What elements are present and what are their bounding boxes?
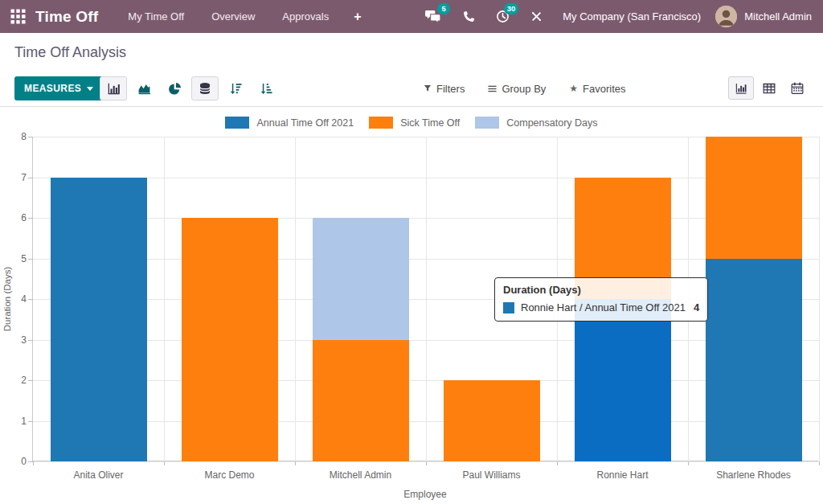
axis-tick <box>28 137 33 137</box>
debug-tools-button[interactable] <box>520 0 553 33</box>
x-tick-label: Ronnie Hart <box>557 469 688 481</box>
axis-tick <box>28 299 33 300</box>
chart-tooltip: Duration (Days) Ronnie Hart / Annual Tim… <box>494 277 708 322</box>
y-tick-label: 3 <box>1 334 27 346</box>
x-tick-label: Sharlene Rhodes <box>688 469 819 481</box>
tools-icon <box>530 10 543 23</box>
gridline <box>819 137 820 461</box>
axis-tick <box>28 218 33 219</box>
measures-label: MEASURES <box>24 83 81 94</box>
tooltip-swatch <box>503 302 514 313</box>
axis-tick <box>819 461 820 465</box>
stacked-toggle-button[interactable] <box>191 76 219 100</box>
measures-button[interactable]: MEASURES <box>14 76 103 100</box>
x-tick-label: Anita Oliver <box>33 469 164 481</box>
bar-segment[interactable] <box>444 380 540 461</box>
gridline <box>295 137 296 461</box>
axis-tick <box>426 461 427 465</box>
top-menu: My Time Off Overview Approvals + <box>114 0 372 33</box>
line-chart-mode-button[interactable] <box>130 76 158 100</box>
sort-desc-icon <box>229 82 243 96</box>
gridline <box>426 137 427 461</box>
pivot-view-button[interactable] <box>756 76 782 100</box>
x-tick-label: Mitchell Admin <box>295 469 426 481</box>
bar-segment[interactable] <box>706 137 802 259</box>
bar-segment[interactable] <box>182 218 278 461</box>
legend-swatch <box>475 117 499 129</box>
axis-tick <box>28 380 33 381</box>
legend-label: Annual Time Off 2021 <box>256 117 354 129</box>
chart-legend: Annual Time Off 2021Sick Time OffCompens… <box>0 117 823 129</box>
bar-segment[interactable] <box>313 218 409 340</box>
graph-view: Annual Time Off 2021Sick Time OffCompens… <box>0 107 823 504</box>
legend-item[interactable]: Compensatory Days <box>475 117 597 129</box>
search-options: Filters Group By ★ Favorites <box>424 71 626 106</box>
y-tick-label: 6 <box>1 212 27 223</box>
x-tick-label: Paul Williams <box>426 469 557 481</box>
messages-badge: 5 <box>437 3 450 14</box>
tooltip-value: 4 <box>694 301 699 313</box>
tooltip-row: Ronnie Hart / Annual Time Off 2021 4 <box>503 301 699 313</box>
axis-tick <box>28 178 33 178</box>
view-switcher <box>728 76 810 100</box>
user-menu[interactable]: Mitchell Admin <box>737 10 823 23</box>
activities-button[interactable]: 30 <box>485 0 520 33</box>
groupby-menu-button[interactable]: Group By <box>488 83 546 95</box>
star-icon: ★ <box>569 83 578 94</box>
bar-segment[interactable] <box>575 299 671 461</box>
axis-tick <box>688 461 689 465</box>
x-tick-label: Marc Demo <box>164 469 295 481</box>
group-by-label: Group By <box>502 83 546 95</box>
calendar-view-icon <box>791 82 804 95</box>
pie-chart-icon <box>168 82 182 96</box>
phone-button[interactable] <box>452 0 485 33</box>
axis-tick <box>295 461 296 465</box>
database-icon <box>199 82 211 95</box>
company-switcher[interactable]: My Company (San Francisco) <box>553 10 715 23</box>
y-tick-label: 1 <box>1 416 27 427</box>
bar-chart-icon <box>107 82 121 96</box>
bar-segment[interactable] <box>51 178 147 462</box>
sort-ascending-button[interactable] <box>252 76 280 100</box>
apps-menu-button[interactable] <box>0 0 35 33</box>
menu-overview[interactable]: Overview <box>198 0 268 33</box>
pie-chart-mode-button[interactable] <box>161 76 188 100</box>
user-avatar[interactable] <box>715 6 737 27</box>
filter-icon <box>424 84 432 92</box>
axis-tick <box>28 259 33 260</box>
gridline <box>164 137 165 461</box>
bar-segment[interactable] <box>313 340 409 462</box>
graph-view-button[interactable] <box>728 76 754 100</box>
sort-descending-button[interactable] <box>222 76 249 100</box>
y-axis-title: Duration (Days) <box>2 267 12 332</box>
chart-type-buttons <box>100 76 280 100</box>
apps-grid-icon <box>10 9 26 24</box>
y-tick-label: 5 <box>1 253 27 264</box>
filters-menu-button[interactable]: Filters <box>424 83 465 95</box>
app-brand[interactable]: Time Off <box>35 8 98 26</box>
y-tick-label: 7 <box>1 172 27 183</box>
group-by-icon <box>488 84 497 93</box>
topbar-right: 5 30 My Company (San Francisco) <box>414 0 823 33</box>
bar-segment[interactable] <box>706 259 802 462</box>
legend-item[interactable]: Sick Time Off <box>369 117 460 129</box>
menu-plus-button[interactable]: + <box>342 0 372 33</box>
legend-item[interactable]: Annual Time Off 2021 <box>225 117 354 129</box>
calendar-view-button[interactable] <box>784 76 810 100</box>
top-navbar: Time Off My Time Off Overview Approvals … <box>0 0 823 33</box>
legend-swatch <box>225 117 249 129</box>
x-axis-title: Employee <box>32 489 818 500</box>
messages-button[interactable]: 5 <box>414 0 452 33</box>
bar-chart-mode-button[interactable] <box>100 76 127 100</box>
favorites-menu-button[interactable]: ★ Favorites <box>569 83 625 95</box>
area-chart-icon <box>137 82 151 96</box>
favorites-label: Favorites <box>583 83 625 95</box>
axis-tick <box>557 461 558 465</box>
menu-approvals[interactable]: Approvals <box>268 0 342 33</box>
legend-swatch <box>369 117 393 129</box>
y-tick-label: 2 <box>1 375 27 386</box>
menu-my-time-off[interactable]: My Time Off <box>114 0 198 33</box>
legend-label: Sick Time Off <box>400 117 460 129</box>
page-title: Time Off Analysis <box>14 33 126 72</box>
tooltip-label: Ronnie Hart / Annual Time Off 2021 <box>521 301 686 313</box>
